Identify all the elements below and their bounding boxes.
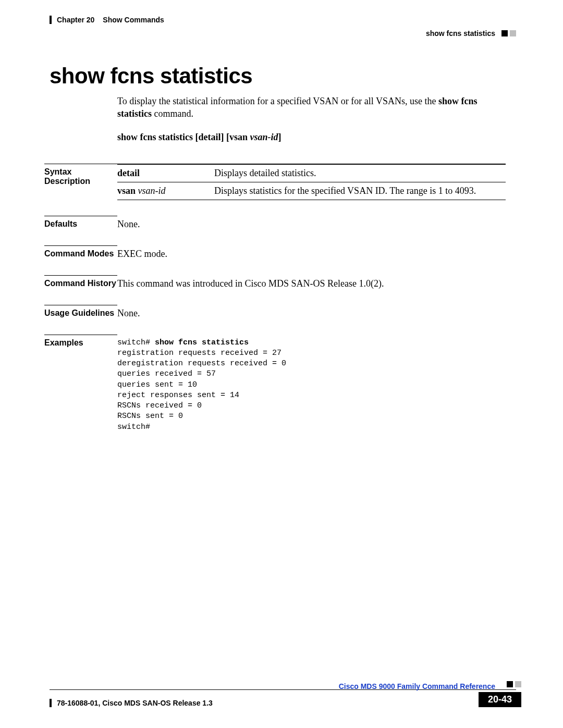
square-icon <box>510 30 516 36</box>
section-label: Syntax Description <box>44 164 117 186</box>
square-icon <box>507 681 513 687</box>
intro-paragraph: To display the statistical information f… <box>117 95 506 120</box>
example-prompt: switch# <box>117 338 155 347</box>
syntax-open1: [ <box>193 132 199 142</box>
syntax-close2: ] <box>278 132 282 142</box>
example-line: RSCNs received = 0 <box>117 401 202 410</box>
header-breadcrumb-cmd: show fcns statistics <box>426 29 495 38</box>
section-label: Command Modes <box>44 245 117 258</box>
syntax-desc: Displays detailed statistics. <box>214 164 506 182</box>
header-chapter: Chapter 20 <box>57 16 94 24</box>
syntax-close1: ] [ <box>221 132 230 142</box>
square-icon <box>501 30 508 36</box>
header-section: Show Commands <box>103 16 164 24</box>
section-label: Command History <box>44 275 117 288</box>
example-line: queries received = 57 <box>117 369 216 378</box>
section-label: Usage Guidelines <box>44 305 117 318</box>
syntax-table: detail Displays detailed statistics. vsa… <box>117 164 506 200</box>
section-defaults: Defaults None. <box>117 216 506 230</box>
example-line: switch# <box>117 423 150 431</box>
footer: Cisco MDS 9000 Family Command Reference … <box>44 681 521 707</box>
syntax-cmd: show fcns statistics <box>117 132 193 142</box>
section-body: This command was introduced in Cisco MDS… <box>117 275 506 289</box>
table-row: vsan vsan-id Displays statistics for the… <box>117 182 506 200</box>
section-syntax-description: Syntax Description detail Displays detai… <box>117 164 506 200</box>
content: To display the statistical information f… <box>117 95 506 433</box>
square-icon <box>515 681 521 687</box>
example-line: queries sent = 10 <box>117 380 197 389</box>
footer-bar-icon <box>50 699 52 707</box>
section-usage-guidelines: Usage Guidelines None. <box>117 305 506 319</box>
header-right: show fcns statistics <box>44 29 516 38</box>
example-output: switch# show fcns statistics registratio… <box>117 338 506 433</box>
footer-row: 78-16088-01, Cisco MDS SAN-OS Release 1.… <box>44 692 521 707</box>
syntax-keyword: vsan vsan-id <box>117 182 214 200</box>
intro-post: command. <box>152 108 193 119</box>
footer-doc-title: Cisco MDS 9000 Family Command Reference <box>339 682 495 690</box>
example-line: deregistration requests received = 0 <box>117 359 286 368</box>
example-line: RSCNs sent = 0 <box>117 412 183 421</box>
syntax-keyword: detail <box>117 164 214 182</box>
section-body: None. <box>117 305 506 319</box>
example-line: reject responses sent = 14 <box>117 391 239 400</box>
header-bar-icon <box>50 16 52 24</box>
footer-squares-icon <box>507 681 521 687</box>
footer-release: 78-16088-01, Cisco MDS SAN-OS Release 1.… <box>57 699 213 707</box>
header-top: Chapter 20 Show Commands <box>50 16 521 24</box>
section-command-history: Command History This command was introdu… <box>117 275 506 289</box>
section-body: detail Displays detailed statistics. vsa… <box>117 164 506 200</box>
section-examples: Examples switch# show fcns statistics re… <box>117 335 506 433</box>
syntax-desc: Displays statistics for the specified VS… <box>214 182 506 200</box>
syntax-usage-line: show fcns statistics [detail] [vsan vsan… <box>117 132 506 143</box>
section-label: Examples <box>44 335 117 348</box>
page-title: show fcns statistics <box>50 64 521 89</box>
section-body: None. <box>117 216 506 230</box>
page-number: 20-43 <box>479 692 521 707</box>
syntax-opt2-kw: vsan <box>229 132 248 142</box>
footer-left: 78-16088-01, Cisco MDS SAN-OS Release 1.… <box>50 699 213 707</box>
intro-pre: To display the statistical information f… <box>117 96 438 106</box>
section-command-modes: Command Modes EXEC mode. <box>117 245 506 260</box>
page: Chapter 20 Show Commands show fcns stati… <box>0 0 563 728</box>
section-label: Defaults <box>44 216 117 229</box>
header-squares-icon <box>501 30 516 36</box>
syntax-opt2-arg: vsan-id <box>248 132 278 142</box>
syntax-opt1: detail <box>199 132 221 142</box>
section-body: EXEC mode. <box>117 245 506 260</box>
section-body: switch# show fcns statistics registratio… <box>117 335 506 433</box>
table-row: detail Displays detailed statistics. <box>117 164 506 182</box>
example-cmd: show fcns statistics <box>155 338 249 347</box>
example-line: registration requests received = 27 <box>117 349 282 357</box>
